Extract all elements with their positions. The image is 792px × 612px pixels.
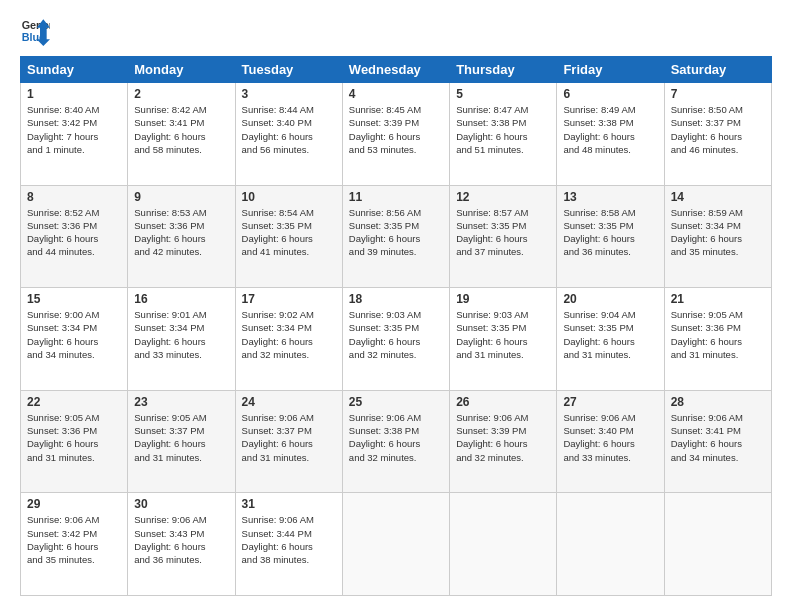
weekday-header-sunday: Sunday bbox=[21, 57, 128, 83]
calendar-cell: 29Sunrise: 9:06 AMSunset: 3:42 PMDayligh… bbox=[21, 493, 128, 596]
day-number: 22 bbox=[27, 395, 121, 409]
day-info: Sunrise: 9:06 AMSunset: 3:41 PMDaylight:… bbox=[671, 411, 765, 464]
calendar-cell bbox=[450, 493, 557, 596]
weekday-header-thursday: Thursday bbox=[450, 57, 557, 83]
day-number: 26 bbox=[456, 395, 550, 409]
calendar-cell bbox=[664, 493, 771, 596]
calendar-cell: 31Sunrise: 9:06 AMSunset: 3:44 PMDayligh… bbox=[235, 493, 342, 596]
day-info: Sunrise: 9:00 AMSunset: 3:34 PMDaylight:… bbox=[27, 308, 121, 361]
day-info: Sunrise: 9:06 AMSunset: 3:38 PMDaylight:… bbox=[349, 411, 443, 464]
calendar-cell: 19Sunrise: 9:03 AMSunset: 3:35 PMDayligh… bbox=[450, 288, 557, 391]
week-row-5: 29Sunrise: 9:06 AMSunset: 3:42 PMDayligh… bbox=[21, 493, 772, 596]
calendar-cell: 9Sunrise: 8:53 AMSunset: 3:36 PMDaylight… bbox=[128, 185, 235, 288]
calendar-cell: 18Sunrise: 9:03 AMSunset: 3:35 PMDayligh… bbox=[342, 288, 449, 391]
day-info: Sunrise: 9:02 AMSunset: 3:34 PMDaylight:… bbox=[242, 308, 336, 361]
calendar-cell: 26Sunrise: 9:06 AMSunset: 3:39 PMDayligh… bbox=[450, 390, 557, 493]
day-info: Sunrise: 9:05 AMSunset: 3:37 PMDaylight:… bbox=[134, 411, 228, 464]
calendar-cell: 8Sunrise: 8:52 AMSunset: 3:36 PMDaylight… bbox=[21, 185, 128, 288]
weekday-header-tuesday: Tuesday bbox=[235, 57, 342, 83]
calendar-cell: 16Sunrise: 9:01 AMSunset: 3:34 PMDayligh… bbox=[128, 288, 235, 391]
day-number: 11 bbox=[349, 190, 443, 204]
day-info: Sunrise: 8:56 AMSunset: 3:35 PMDaylight:… bbox=[349, 206, 443, 259]
day-info: Sunrise: 8:42 AMSunset: 3:41 PMDaylight:… bbox=[134, 103, 228, 156]
day-number: 2 bbox=[134, 87, 228, 101]
calendar-cell: 27Sunrise: 9:06 AMSunset: 3:40 PMDayligh… bbox=[557, 390, 664, 493]
day-info: Sunrise: 9:05 AMSunset: 3:36 PMDaylight:… bbox=[671, 308, 765, 361]
week-row-4: 22Sunrise: 9:05 AMSunset: 3:36 PMDayligh… bbox=[21, 390, 772, 493]
calendar-cell: 15Sunrise: 9:00 AMSunset: 3:34 PMDayligh… bbox=[21, 288, 128, 391]
calendar-cell: 21Sunrise: 9:05 AMSunset: 3:36 PMDayligh… bbox=[664, 288, 771, 391]
day-info: Sunrise: 8:45 AMSunset: 3:39 PMDaylight:… bbox=[349, 103, 443, 156]
day-info: Sunrise: 8:54 AMSunset: 3:35 PMDaylight:… bbox=[242, 206, 336, 259]
day-number: 19 bbox=[456, 292, 550, 306]
day-number: 24 bbox=[242, 395, 336, 409]
day-number: 7 bbox=[671, 87, 765, 101]
day-number: 16 bbox=[134, 292, 228, 306]
day-info: Sunrise: 8:50 AMSunset: 3:37 PMDaylight:… bbox=[671, 103, 765, 156]
calendar-cell: 25Sunrise: 9:06 AMSunset: 3:38 PMDayligh… bbox=[342, 390, 449, 493]
day-number: 31 bbox=[242, 497, 336, 511]
day-number: 9 bbox=[134, 190, 228, 204]
day-info: Sunrise: 8:49 AMSunset: 3:38 PMDaylight:… bbox=[563, 103, 657, 156]
day-info: Sunrise: 9:03 AMSunset: 3:35 PMDaylight:… bbox=[349, 308, 443, 361]
logo-icon: General Blue bbox=[20, 16, 50, 46]
calendar-cell: 20Sunrise: 9:04 AMSunset: 3:35 PMDayligh… bbox=[557, 288, 664, 391]
day-info: Sunrise: 9:06 AMSunset: 3:39 PMDaylight:… bbox=[456, 411, 550, 464]
calendar-cell: 6Sunrise: 8:49 AMSunset: 3:38 PMDaylight… bbox=[557, 83, 664, 186]
day-info: Sunrise: 8:40 AMSunset: 3:42 PMDaylight:… bbox=[27, 103, 121, 156]
day-info: Sunrise: 9:01 AMSunset: 3:34 PMDaylight:… bbox=[134, 308, 228, 361]
week-row-1: 1Sunrise: 8:40 AMSunset: 3:42 PMDaylight… bbox=[21, 83, 772, 186]
calendar-cell: 13Sunrise: 8:58 AMSunset: 3:35 PMDayligh… bbox=[557, 185, 664, 288]
day-info: Sunrise: 9:06 AMSunset: 3:42 PMDaylight:… bbox=[27, 513, 121, 566]
week-row-2: 8Sunrise: 8:52 AMSunset: 3:36 PMDaylight… bbox=[21, 185, 772, 288]
day-info: Sunrise: 9:06 AMSunset: 3:43 PMDaylight:… bbox=[134, 513, 228, 566]
calendar-cell: 12Sunrise: 8:57 AMSunset: 3:35 PMDayligh… bbox=[450, 185, 557, 288]
day-number: 12 bbox=[456, 190, 550, 204]
day-number: 17 bbox=[242, 292, 336, 306]
day-number: 8 bbox=[27, 190, 121, 204]
calendar-cell: 1Sunrise: 8:40 AMSunset: 3:42 PMDaylight… bbox=[21, 83, 128, 186]
page: General Blue SundayMondayTuesdayWednesda… bbox=[0, 0, 792, 612]
day-number: 10 bbox=[242, 190, 336, 204]
day-number: 27 bbox=[563, 395, 657, 409]
calendar-cell: 24Sunrise: 9:06 AMSunset: 3:37 PMDayligh… bbox=[235, 390, 342, 493]
weekday-header-row: SundayMondayTuesdayWednesdayThursdayFrid… bbox=[21, 57, 772, 83]
calendar-table: SundayMondayTuesdayWednesdayThursdayFrid… bbox=[20, 56, 772, 596]
calendar-cell bbox=[557, 493, 664, 596]
day-number: 28 bbox=[671, 395, 765, 409]
day-number: 25 bbox=[349, 395, 443, 409]
weekday-header-monday: Monday bbox=[128, 57, 235, 83]
day-info: Sunrise: 8:57 AMSunset: 3:35 PMDaylight:… bbox=[456, 206, 550, 259]
calendar-cell: 28Sunrise: 9:06 AMSunset: 3:41 PMDayligh… bbox=[664, 390, 771, 493]
day-info: Sunrise: 8:53 AMSunset: 3:36 PMDaylight:… bbox=[134, 206, 228, 259]
day-info: Sunrise: 8:52 AMSunset: 3:36 PMDaylight:… bbox=[27, 206, 121, 259]
week-row-3: 15Sunrise: 9:00 AMSunset: 3:34 PMDayligh… bbox=[21, 288, 772, 391]
day-number: 13 bbox=[563, 190, 657, 204]
calendar-cell: 23Sunrise: 9:05 AMSunset: 3:37 PMDayligh… bbox=[128, 390, 235, 493]
calendar-cell: 14Sunrise: 8:59 AMSunset: 3:34 PMDayligh… bbox=[664, 185, 771, 288]
day-number: 18 bbox=[349, 292, 443, 306]
day-number: 4 bbox=[349, 87, 443, 101]
weekday-header-saturday: Saturday bbox=[664, 57, 771, 83]
day-info: Sunrise: 9:05 AMSunset: 3:36 PMDaylight:… bbox=[27, 411, 121, 464]
calendar-cell: 10Sunrise: 8:54 AMSunset: 3:35 PMDayligh… bbox=[235, 185, 342, 288]
day-info: Sunrise: 9:04 AMSunset: 3:35 PMDaylight:… bbox=[563, 308, 657, 361]
day-number: 15 bbox=[27, 292, 121, 306]
day-info: Sunrise: 8:44 AMSunset: 3:40 PMDaylight:… bbox=[242, 103, 336, 156]
day-number: 29 bbox=[27, 497, 121, 511]
day-info: Sunrise: 9:06 AMSunset: 3:37 PMDaylight:… bbox=[242, 411, 336, 464]
logo: General Blue bbox=[20, 16, 50, 46]
day-info: Sunrise: 9:06 AMSunset: 3:40 PMDaylight:… bbox=[563, 411, 657, 464]
calendar-body: 1Sunrise: 8:40 AMSunset: 3:42 PMDaylight… bbox=[21, 83, 772, 596]
calendar-cell: 4Sunrise: 8:45 AMSunset: 3:39 PMDaylight… bbox=[342, 83, 449, 186]
header: General Blue bbox=[20, 16, 772, 46]
day-number: 20 bbox=[563, 292, 657, 306]
day-info: Sunrise: 8:59 AMSunset: 3:34 PMDaylight:… bbox=[671, 206, 765, 259]
day-number: 5 bbox=[456, 87, 550, 101]
calendar-cell: 11Sunrise: 8:56 AMSunset: 3:35 PMDayligh… bbox=[342, 185, 449, 288]
calendar-cell bbox=[342, 493, 449, 596]
day-number: 21 bbox=[671, 292, 765, 306]
weekday-header-wednesday: Wednesday bbox=[342, 57, 449, 83]
calendar-cell: 3Sunrise: 8:44 AMSunset: 3:40 PMDaylight… bbox=[235, 83, 342, 186]
day-number: 30 bbox=[134, 497, 228, 511]
